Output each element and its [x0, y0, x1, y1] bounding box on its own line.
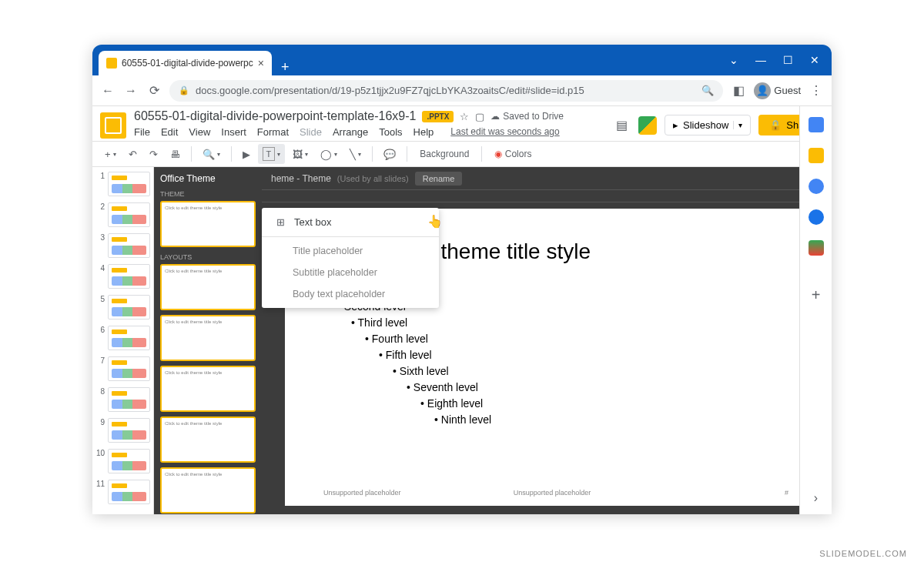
guest-label: Guest: [774, 85, 801, 96]
menu-tools[interactable]: Tools: [379, 126, 402, 138]
menu-insert[interactable]: Insert: [221, 126, 246, 138]
menu-item-subtitle-placeholder[interactable]: Subtitle placeholder: [262, 262, 439, 283]
tasks-icon[interactable]: [808, 179, 824, 194]
filmstrip-slide[interactable]: 3: [95, 233, 150, 258]
toolbar: +▾ ↶ ↷ 🖶 🔍▾ ▶ T▾ 🖼▾ ◯▾ ╲▾ 💬 Background ◉…: [92, 141, 832, 167]
menu-item-text-box[interactable]: ⊞ Text box: [262, 211, 439, 233]
addons-plus-icon[interactable]: +: [812, 286, 821, 304]
outline-level-3[interactable]: • Third level: [323, 315, 781, 331]
layout-thumb[interactable]: Click to edit theme title style: [160, 467, 256, 513]
tab-strip: 60555-01-digital-divide-powerpc × +: [92, 45, 298, 75]
contacts-icon[interactable]: [808, 209, 824, 225]
window-controls: ⌄ ― ☐ ✕: [729, 54, 832, 66]
layout-thumb[interactable]: Click to edit theme title style: [160, 416, 256, 463]
zoom-button[interactable]: 🔍▾: [198, 146, 225, 163]
slides-favicon: [106, 58, 117, 69]
select-tool[interactable]: ▶: [238, 146, 255, 163]
layout-thumb[interactable]: Click to edit theme title style: [160, 366, 256, 412]
filmstrip-slide[interactable]: 4: [95, 264, 150, 289]
last-edit-link[interactable]: Last edit was seconds ago: [450, 126, 559, 138]
filmstrip-slide[interactable]: 5: [95, 295, 150, 319]
outline-level-7[interactable]: • Seventh level: [323, 380, 781, 396]
menu-help[interactable]: Help: [413, 126, 434, 138]
menu-arrange[interactable]: Arrange: [333, 126, 368, 138]
filmstrip-slide[interactable]: 11: [95, 480, 150, 504]
layout-thumb[interactable]: Click to edit theme title style: [160, 315, 256, 361]
comments-icon[interactable]: ▤: [612, 116, 631, 135]
footer-placeholder-center: Unsupported placeholder: [514, 489, 591, 497]
maximize-button[interactable]: ☐: [783, 54, 793, 66]
print-button[interactable]: 🖶: [166, 146, 185, 163]
filmstrip-slide[interactable]: 9: [95, 418, 150, 443]
editor-area: 1234567891011 Office Theme THEME Click t…: [92, 167, 832, 514]
theme-used-label: (Used by all slides): [337, 174, 409, 183]
search-icon[interactable]: 🔍: [701, 85, 714, 96]
shape-tool[interactable]: ◯▾: [316, 146, 342, 163]
filmstrip-slide[interactable]: 7: [95, 356, 150, 381]
filmstrip-slide[interactable]: 2: [95, 202, 150, 227]
slideshow-button[interactable]: ▸ Slideshow ▾: [665, 115, 751, 135]
menu-file[interactable]: File: [134, 126, 150, 138]
menu-slide[interactable]: Slide: [300, 126, 322, 138]
expand-side-icon[interactable]: ›: [814, 491, 818, 505]
filmstrip-slide[interactable]: 10: [95, 449, 150, 473]
profile-button[interactable]: 👤 Guest: [754, 82, 801, 99]
textbox-dropdown: ⊞ Text box Title placeholder Subtitle pl…: [262, 208, 439, 308]
document-title[interactable]: 60555-01-digital-divide-powerpoint-templ…: [134, 109, 416, 123]
outline-level-5[interactable]: • Fifth level: [323, 347, 781, 363]
filmstrip-slide[interactable]: 8: [95, 387, 150, 412]
close-window-button[interactable]: ✕: [810, 54, 819, 66]
image-tool[interactable]: 🖼▾: [288, 146, 313, 163]
menu-format[interactable]: Format: [257, 126, 289, 138]
minimize-button[interactable]: ―: [755, 54, 766, 66]
move-icon[interactable]: ▢: [475, 111, 484, 122]
filmstrip-slide[interactable]: 1: [95, 172, 150, 196]
menu-bar: FileEditViewInsertFormatSlideArrangeTool…: [134, 123, 604, 141]
new-tab-button[interactable]: +: [272, 59, 299, 75]
meet-icon[interactable]: [638, 116, 657, 135]
theme-master-thumb[interactable]: Click to edit theme title style: [160, 201, 256, 247]
tab-title: 60555-01-digital-divide-powerpc: [122, 58, 253, 69]
tab-close-icon[interactable]: ×: [258, 57, 264, 69]
comment-tool[interactable]: 💬: [379, 146, 400, 163]
filmstrip-slide[interactable]: 6: [95, 326, 150, 350]
back-button[interactable]: ←: [100, 84, 116, 98]
slides-app-icon[interactable]: [100, 112, 126, 139]
browser-tab[interactable]: 60555-01-digital-divide-powerpc ×: [99, 51, 272, 75]
forward-button[interactable]: →: [123, 84, 139, 98]
star-icon[interactable]: ☆: [460, 111, 469, 122]
undo-button[interactable]: ↶: [124, 146, 142, 163]
calendar-icon[interactable]: [808, 117, 824, 132]
menu-view[interactable]: View: [189, 126, 210, 138]
ruler: [262, 190, 832, 202]
watermark: SLIDEMODEL.COM: [819, 549, 907, 558]
reader-icon[interactable]: ◧: [731, 83, 746, 98]
chevron-down-icon[interactable]: ▾: [733, 121, 742, 129]
maps-icon[interactable]: [808, 240, 824, 256]
chevron-down-icon[interactable]: ⌄: [729, 54, 738, 66]
keep-icon[interactable]: [808, 148, 824, 163]
layouts-section-label: LAYOUTS: [160, 253, 256, 261]
kebab-menu-icon[interactable]: ⋮: [808, 83, 824, 98]
outline-level-8[interactable]: • Eighth level: [323, 396, 781, 412]
colors-button[interactable]: ◉ Colors: [488, 146, 537, 162]
filmstrip[interactable]: 1234567891011: [92, 167, 154, 514]
menu-item-body-text-placeholder[interactable]: Body text placeholder: [262, 283, 439, 305]
rename-button[interactable]: Rename: [415, 172, 463, 186]
menu-item-title-placeholder[interactable]: Title placeholder: [262, 240, 439, 262]
new-slide-button[interactable]: +▾: [100, 146, 121, 163]
line-tool[interactable]: ╲▾: [345, 146, 366, 163]
pptx-badge: .PPTX: [422, 111, 454, 122]
outline-level-9[interactable]: • Ninth level: [323, 412, 781, 428]
docs-header: 60555-01-digital-divide-powerpoint-templ…: [92, 106, 832, 141]
menu-edit[interactable]: Edit: [161, 126, 178, 138]
outline-level-6[interactable]: • Sixth level: [323, 363, 781, 380]
theme-panel: Office Theme THEME Click to edit theme t…: [154, 167, 262, 514]
outline-level-4[interactable]: • Fourth level: [323, 331, 781, 347]
background-button[interactable]: Background: [413, 146, 475, 162]
layout-thumb[interactable]: Click to edit theme title style: [160, 264, 256, 310]
textbox-tool[interactable]: T▾: [258, 144, 286, 164]
reload-button[interactable]: ⟳: [146, 83, 162, 98]
address-bar[interactable]: 🔒 docs.google.com/presentation/d/19-p5z1…: [169, 80, 723, 102]
redo-button[interactable]: ↷: [145, 146, 162, 163]
